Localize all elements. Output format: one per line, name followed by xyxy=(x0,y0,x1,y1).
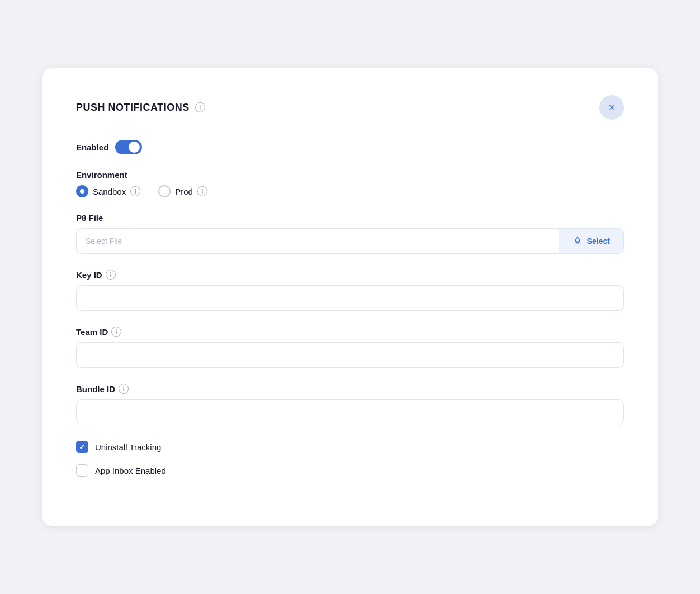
team-id-input[interactable] xyxy=(76,342,624,368)
bundle-id-input[interactable] xyxy=(76,399,624,425)
close-button[interactable]: × xyxy=(599,95,624,120)
sandbox-radio-label: Sandbox xyxy=(93,187,126,196)
team-id-field: Team ID i xyxy=(76,327,624,368)
team-id-label: Team ID i xyxy=(76,327,624,337)
environment-label: Environment xyxy=(76,170,624,180)
prod-radio-circle xyxy=(158,185,171,197)
app-inbox-enabled-label: App Inbox Enabled xyxy=(95,466,166,475)
toggle-slider xyxy=(115,140,142,154)
key-id-field: Key ID i xyxy=(76,270,624,311)
bundle-id-info-icon[interactable]: i xyxy=(119,384,129,394)
title-info-icon[interactable]: i xyxy=(195,102,205,112)
prod-radio-label: Prod xyxy=(175,187,193,196)
modal-title: PUSH NOTIFICATIONS xyxy=(76,102,190,114)
uninstall-tracking-row: Uninstall Tracking xyxy=(76,441,624,453)
sandbox-radio-item[interactable]: Sandbox i xyxy=(76,185,140,197)
file-placeholder: Select File xyxy=(77,229,559,253)
bundle-id-label: Bundle ID i xyxy=(76,384,624,394)
sandbox-radio-circle xyxy=(76,185,88,197)
file-select-wrapper: Select File Select xyxy=(76,228,624,254)
team-id-info-icon[interactable]: i xyxy=(111,327,121,337)
upload-icon xyxy=(573,236,583,246)
enabled-toggle[interactable] xyxy=(115,140,142,154)
file-select-label: Select xyxy=(587,237,610,246)
checkboxes-section: Uninstall Tracking App Inbox Enabled xyxy=(76,441,624,477)
key-id-input[interactable] xyxy=(76,285,624,311)
p8-file-label: P8 File xyxy=(76,213,624,223)
file-select-button[interactable]: Select xyxy=(559,229,623,253)
modal-title-group: PUSH NOTIFICATIONS i xyxy=(76,102,205,114)
page-background: PUSH NOTIFICATIONS i × Enabled Environme… xyxy=(0,0,700,594)
app-inbox-enabled-row: App Inbox Enabled xyxy=(76,464,624,477)
app-inbox-enabled-checkbox[interactable] xyxy=(76,464,88,477)
bundle-id-field: Bundle ID i xyxy=(76,384,624,425)
push-notifications-modal: PUSH NOTIFICATIONS i × Enabled Environme… xyxy=(42,68,658,526)
key-id-label: Key ID i xyxy=(76,270,624,280)
prod-info-icon[interactable]: i xyxy=(197,186,207,196)
environment-field: Environment Sandbox i Prod i xyxy=(76,170,624,197)
sandbox-info-icon[interactable]: i xyxy=(130,186,140,196)
prod-radio-item[interactable]: Prod i xyxy=(158,185,207,197)
environment-radio-group: Sandbox i Prod i xyxy=(76,185,624,197)
key-id-info-icon[interactable]: i xyxy=(106,270,116,280)
enabled-row: Enabled xyxy=(76,140,624,154)
p8-file-field: P8 File Select File Select xyxy=(76,213,624,254)
uninstall-tracking-label: Uninstall Tracking xyxy=(95,442,161,452)
modal-header: PUSH NOTIFICATIONS i × xyxy=(76,95,624,120)
enabled-label: Enabled xyxy=(76,143,108,152)
uninstall-tracking-checkbox[interactable] xyxy=(76,441,88,453)
